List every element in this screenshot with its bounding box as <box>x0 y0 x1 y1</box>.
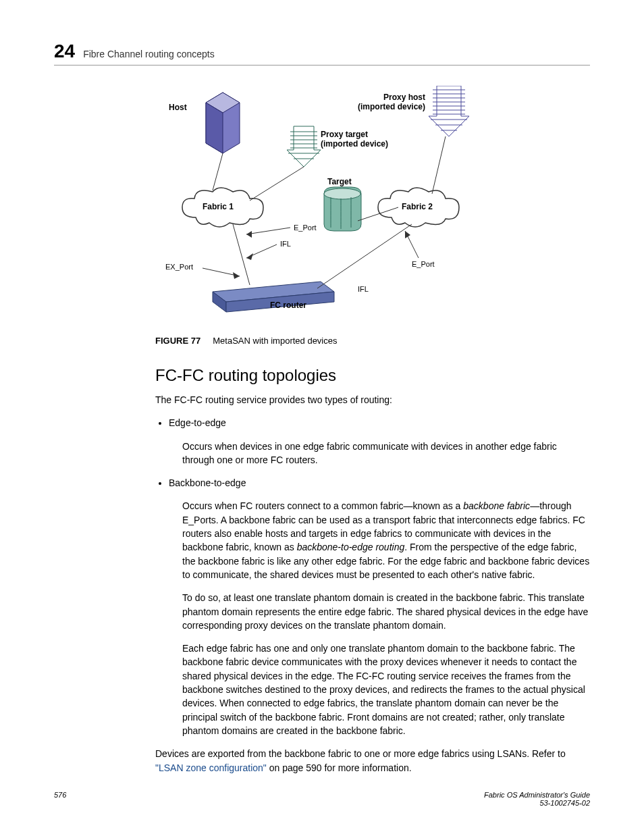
bullet-list: Edge-to-edge <box>155 416 590 429</box>
intro-text: The FC-FC routing service provides two t… <box>155 393 590 407</box>
chapter-number: 24 <box>54 41 75 62</box>
svg-line-3 <box>213 153 223 190</box>
svg-line-25 <box>432 136 446 194</box>
svg-marker-36 <box>246 253 253 260</box>
section-heading: FC-FC routing topologies <box>155 366 590 385</box>
bullet1-desc: Occurs when devices in one edge fabric c… <box>182 440 590 467</box>
footer-right: Fabric OS Administrator's Guide 53-10027… <box>484 791 590 807</box>
page-footer: 576 Fabric OS Administrator's Guide 53-1… <box>54 791 590 807</box>
label-fabric2: Fabric 2 <box>402 202 433 211</box>
b2-p1: Occurs when FC routers connect to a comm… <box>182 499 590 581</box>
footer-doc: 53-1002745-02 <box>539 799 590 807</box>
svg-marker-38 <box>233 272 240 279</box>
label-eport-2: E_Port <box>412 260 435 269</box>
b2-p1d: backbone-to-edge routing <box>297 542 405 552</box>
svg-marker-4 <box>287 126 321 167</box>
bullet-edge: Edge-to-edge <box>169 416 590 429</box>
closing-b: on page 590 for more information. <box>267 762 412 773</box>
label-fabric1: Fabric 1 <box>203 202 234 211</box>
page-header: 24 Fibre Channel routing concepts <box>54 41 590 62</box>
b2-p1b: backbone fabric <box>463 500 530 511</box>
lsan-link[interactable]: "LSAN zone configuration" <box>155 762 267 773</box>
figure-caption: FIGURE 77 MetaSAN with imported devices <box>155 336 590 346</box>
label-fc-router: FC router <box>270 301 306 310</box>
label-eport-1: E_Port <box>294 224 317 232</box>
b2-p2: To do so, at least one translate phantom… <box>182 591 590 632</box>
figure-diagram: Host Proxy host (imported device) Proxy … <box>155 86 506 329</box>
b2-p1a: Occurs when FC routers connect to a comm… <box>182 500 463 511</box>
bullet-backbone: Backbone-to-edge <box>169 476 590 490</box>
header-rule <box>54 65 590 66</box>
figure-caption-text: MetaSAN with imported devices <box>213 336 337 346</box>
svg-marker-14 <box>429 86 469 136</box>
figure-number: FIGURE 77 <box>155 336 200 346</box>
closing-a: Devices are exported from the backbone f… <box>155 748 566 759</box>
label-proxy-target-2: (imported device) <box>321 139 388 149</box>
b2-p3: Each edge fabric has one and only one tr… <box>182 642 590 737</box>
label-ifl-1: IFL <box>280 240 291 249</box>
page-number: 576 <box>54 791 66 807</box>
svg-line-13 <box>250 167 304 201</box>
header-title: Fibre Channel routing concepts <box>83 49 215 59</box>
svg-line-32 <box>317 224 412 288</box>
svg-point-26 <box>324 188 360 199</box>
label-proxy-target-1: Proxy target <box>321 130 368 139</box>
closing-para: Devices are exported from the backbone f… <box>155 747 590 775</box>
label-export: EX_Port <box>165 263 193 271</box>
label-host: Host <box>169 103 187 112</box>
page: 24 Fibre Channel routing concepts <box>0 0 644 834</box>
label-ifl-2: IFL <box>358 285 369 294</box>
svg-marker-34 <box>246 231 252 238</box>
svg-line-33 <box>246 228 290 234</box>
bullet-list-2: Backbone-to-edge <box>155 476 590 490</box>
footer-guide: Fabric OS Administrator's Guide <box>484 791 590 799</box>
svg-marker-40 <box>405 231 410 238</box>
label-proxy-host-1: Proxy host <box>383 93 425 102</box>
label-target: Target <box>327 177 352 186</box>
label-proxy-host-2: (imported device) <box>358 102 425 111</box>
